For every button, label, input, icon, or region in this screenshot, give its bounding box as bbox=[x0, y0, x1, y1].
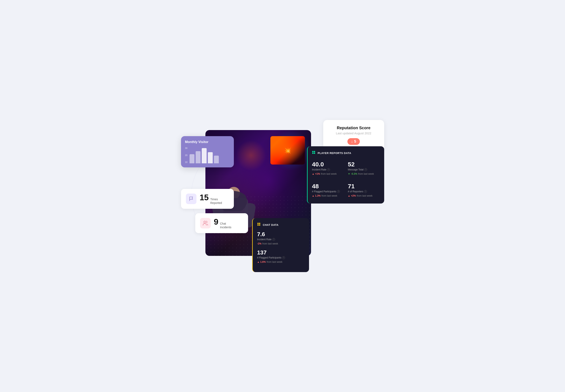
player-rp-change-val: ▲ +2% bbox=[348, 194, 356, 197]
chat-incidents-card: 9 Chat Incidents bbox=[195, 213, 248, 233]
player-flagged: 48 # Flagged Participants ? ▲ 1.3% from … bbox=[312, 181, 344, 199]
flag-icon bbox=[189, 196, 194, 201]
monthly-visitor-title: Monthly Visitor bbox=[185, 140, 230, 144]
monthly-visitor-card: Monthly Visitor 30 20 10 bbox=[181, 136, 234, 168]
y-label-30: 30 bbox=[185, 147, 188, 149]
player-fp-change: ▲ 1.3% from last week bbox=[312, 194, 344, 197]
chat-grid-icon bbox=[257, 223, 261, 226]
people-icon-box bbox=[200, 218, 211, 228]
player-incident-rate: 40.0 Incident Rate ? ▲ +1% from last wee… bbox=[312, 159, 344, 177]
player-mt-change-val: ▼ -0.3% bbox=[348, 172, 357, 175]
player-panel-title: PLAYER REPORTS DATA bbox=[318, 152, 351, 154]
incidents-label: Chat Incidents bbox=[220, 222, 231, 229]
chat-data-panel: CHAT DATA 7.6 Incident Rate ? -2% from l… bbox=[252, 218, 309, 272]
chat-flagged-change: ▲ 1.6% from last week bbox=[257, 260, 305, 264]
svg-rect-8 bbox=[314, 153, 315, 154]
main-scene: 💥 Monthly Visitor 30 20 10 bbox=[181, 120, 384, 272]
chat-stat-flagged: 137 # Flagged Participants ? ▲ 1.6% from… bbox=[257, 249, 305, 264]
svg-rect-3 bbox=[257, 224, 259, 226]
player-ir-label: Incident Rate ? bbox=[312, 168, 344, 171]
svg-rect-6 bbox=[314, 151, 315, 152]
info-icon-p4: ? bbox=[364, 190, 367, 193]
chat-panel-title: CHAT DATA bbox=[263, 224, 279, 226]
score-badge: ↓ 5 bbox=[347, 138, 360, 145]
player-fp-label: # Flagged Participants ? bbox=[312, 190, 344, 193]
chat-incident-rate-label: Incident Rate ? bbox=[257, 238, 305, 241]
player-reporters: 71 # of Reporters ? ▲ +2% from last week bbox=[348, 181, 380, 199]
player-rp-value: 71 bbox=[348, 183, 380, 190]
bar-5 bbox=[214, 156, 219, 163]
chat-flagged-label: # Flagged Participants ? bbox=[257, 256, 305, 259]
player-mt-label: Message Total ? bbox=[348, 168, 380, 171]
player-rp-label: # of Reporters ? bbox=[348, 190, 380, 193]
change-value-2: ▲ 1.6% bbox=[257, 261, 266, 263]
info-icon-p3: ? bbox=[337, 190, 340, 193]
times-number-group: 15 Times Reported bbox=[200, 193, 222, 205]
svg-rect-5 bbox=[312, 151, 313, 152]
info-icon-1: ? bbox=[272, 238, 275, 241]
player-ir-value: 40.0 bbox=[312, 161, 344, 168]
info-icon-p2: ? bbox=[364, 168, 367, 171]
reputation-title: Reputation Score bbox=[331, 126, 376, 130]
player-panel-header: PLAYER REPORTS DATA bbox=[312, 151, 380, 155]
player-rp-change: ▲ +2% from last week bbox=[348, 194, 380, 197]
chat-incident-rate-change: -2% from last week bbox=[257, 242, 305, 245]
svg-rect-7 bbox=[312, 153, 313, 154]
player-reports-panel: PLAYER REPORTS DATA 40.0 Incident Rate ?… bbox=[307, 146, 384, 204]
y-axis: 30 20 10 bbox=[185, 147, 188, 163]
svg-point-0 bbox=[204, 221, 205, 223]
game-screenshot: 💥 bbox=[270, 136, 305, 165]
svg-rect-1 bbox=[257, 223, 259, 224]
reports-grid: 40.0 Incident Rate ? ▲ +1% from last wee… bbox=[312, 159, 380, 199]
chat-panel-icon bbox=[257, 223, 261, 227]
chat-stat-incident-rate: 7.6 Incident Rate ? -2% from last week bbox=[257, 231, 305, 245]
change-text-1: from last week bbox=[262, 242, 278, 245]
chat-panel-header: CHAT DATA bbox=[257, 223, 305, 227]
flag-icon-box bbox=[186, 194, 196, 204]
bar-4 bbox=[208, 152, 213, 163]
reputation-subtitle: Last updated August 2022 bbox=[331, 131, 376, 135]
info-icon-2: ? bbox=[282, 256, 285, 259]
chart-area: 30 20 10 bbox=[185, 147, 230, 163]
bar-3 bbox=[202, 148, 207, 163]
player-fp-change-val: ▲ 1.3% bbox=[312, 194, 321, 197]
y-label-20: 20 bbox=[185, 154, 188, 156]
chat-incident-rate-value: 7.6 bbox=[257, 231, 305, 238]
y-label-10: 10 bbox=[185, 161, 188, 163]
player-ir-change-val: ▲ +1% bbox=[312, 172, 320, 175]
times-label: Times Reported bbox=[210, 197, 222, 205]
player-grid-icon bbox=[312, 151, 316, 154]
times-number: 15 bbox=[200, 193, 209, 202]
incidents-number-group: 9 Chat Incidents bbox=[214, 217, 231, 229]
times-reported-card: 15 Times Reported bbox=[181, 189, 234, 209]
change-value-1: -2% bbox=[257, 242, 261, 245]
score-value: 5 bbox=[354, 140, 356, 144]
player-ir-change: ▲ +1% from last week bbox=[312, 172, 344, 176]
player-mt-change: ▼ -0.3% from last week bbox=[348, 172, 380, 176]
player-message-total: 52 Message Total ? ▼ -0.3% from last wee… bbox=[348, 159, 380, 177]
player-panel-icon bbox=[312, 151, 316, 155]
svg-rect-4 bbox=[259, 224, 260, 226]
bar-1 bbox=[190, 154, 194, 163]
bars-container bbox=[190, 147, 219, 163]
bar-2 bbox=[196, 151, 201, 163]
reputation-card: Reputation Score Last updated August 202… bbox=[323, 120, 384, 151]
incidents-number: 9 bbox=[214, 217, 218, 226]
people-icon bbox=[203, 220, 208, 226]
svg-rect-2 bbox=[259, 223, 260, 224]
player-mt-value: 52 bbox=[348, 161, 380, 168]
player-fp-value: 48 bbox=[312, 183, 344, 190]
chat-flagged-value: 137 bbox=[257, 249, 305, 256]
score-arrow-icon: ↓ bbox=[351, 140, 353, 144]
change-text-2: from last week bbox=[267, 261, 282, 263]
info-icon-p1: ? bbox=[327, 168, 330, 171]
